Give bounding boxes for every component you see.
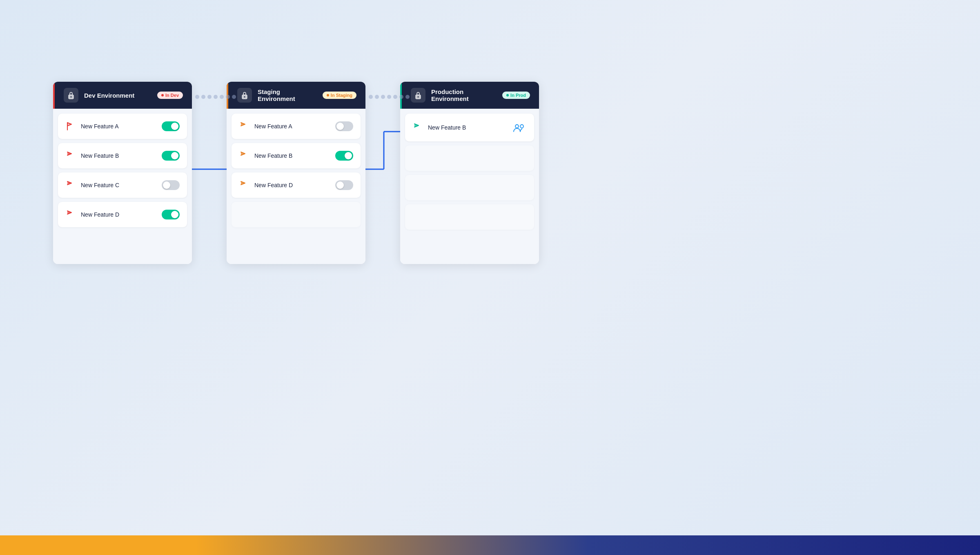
dev-feature-c-name: New Feature C	[81, 182, 156, 188]
svg-point-5	[71, 96, 72, 98]
dot-2	[201, 95, 205, 99]
dev-feature-b-name: New Feature B	[81, 152, 156, 159]
staging-feature-a-toggle[interactable]	[335, 121, 353, 131]
svg-point-7	[244, 96, 245, 98]
dev-panel-header: Dev Environment In Dev	[53, 82, 192, 109]
dot-13	[399, 95, 403, 99]
prod-panel-header: Production Environment In Prod	[400, 82, 539, 109]
staging-feature-b-row: New Feature B	[232, 143, 361, 168]
staging-lock-icon	[237, 88, 252, 103]
prod-empty-row-3	[405, 204, 534, 230]
dev-feature-d-name: New Feature D	[81, 211, 156, 218]
bottom-bar	[0, 535, 980, 555]
dot-4	[214, 95, 218, 99]
staging-badge: In Staging	[323, 92, 356, 99]
dev-flag-a-icon	[65, 121, 75, 131]
staging-flag-a-icon	[239, 121, 249, 131]
dot-11	[387, 95, 391, 99]
staging-env-title: Staging Environment	[258, 88, 317, 102]
staging-feature-b-toggle[interactable]	[335, 151, 353, 161]
dev-feature-b-toggle[interactable]	[162, 151, 180, 161]
dot-14	[405, 95, 410, 99]
dots-staging-prod	[369, 95, 410, 99]
dev-flag-d-icon	[65, 210, 75, 219]
dev-feature-a-name: New Feature A	[81, 123, 156, 130]
dev-env-title: Dev Environment	[84, 92, 151, 99]
svg-point-9	[418, 96, 419, 98]
dot-9	[375, 95, 379, 99]
dot-5	[220, 95, 224, 99]
staging-panel: Staging Environment In Staging New Featu…	[227, 82, 365, 264]
prod-badge-dot	[506, 94, 509, 96]
dev-feature-c-toggle[interactable]	[162, 180, 180, 190]
staging-badge-dot	[327, 94, 329, 96]
dev-badge: In Dev	[157, 92, 183, 99]
dot-1	[195, 95, 199, 99]
dot-6	[226, 95, 230, 99]
prod-empty-row-1	[405, 145, 534, 171]
dev-feature-a-row: New Feature A	[58, 114, 187, 139]
staging-panel-header: Staging Environment In Staging	[227, 82, 365, 109]
dot-12	[393, 95, 397, 99]
dev-feature-c-row: New Feature C	[58, 172, 187, 198]
staging-feature-d-name: New Feature D	[254, 182, 330, 188]
dev-feature-b-row: New Feature B	[58, 143, 187, 168]
prod-env-title: Production Environment	[431, 88, 497, 102]
dev-feature-a-toggle[interactable]	[162, 121, 180, 131]
dev-flag-c-icon	[65, 180, 75, 190]
staging-panel-body: New Feature A New Feature B	[227, 109, 365, 264]
dev-badge-dot	[161, 94, 164, 96]
svg-point-11	[520, 125, 523, 128]
staging-feature-a-name: New Feature A	[254, 123, 330, 130]
prod-empty-row-2	[405, 175, 534, 200]
dev-panel-body: New Feature A New Feature B	[53, 109, 192, 264]
connections-svg	[0, 0, 980, 535]
main-canvas: Dev Environment In Dev New Feature A	[0, 0, 980, 535]
dot-10	[381, 95, 385, 99]
dev-panel: Dev Environment In Dev New Feature A	[53, 82, 192, 264]
prod-lock-icon	[411, 88, 425, 103]
dev-flag-b-icon	[65, 151, 75, 161]
staging-feature-a-row: New Feature A	[232, 114, 361, 139]
staging-feature-b-name: New Feature B	[254, 152, 330, 159]
prod-panel: Production Environment In Prod New Featu…	[400, 82, 539, 264]
dots-dev-staging	[195, 95, 236, 99]
staging-feature-d-row: New Feature D	[232, 172, 361, 198]
prod-flag-b-icon	[412, 123, 422, 132]
svg-point-10	[515, 125, 519, 128]
staging-empty-row	[232, 202, 361, 227]
staging-feature-d-toggle[interactable]	[335, 180, 353, 190]
dot-7	[232, 95, 236, 99]
prod-feature-b-users-icon	[512, 120, 527, 135]
dot-8	[369, 95, 373, 99]
prod-feature-b-name: New Feature B	[428, 124, 506, 131]
prod-badge: In Prod	[502, 92, 530, 99]
dev-feature-d-toggle[interactable]	[162, 210, 180, 219]
staging-flag-b-icon	[239, 151, 249, 161]
dev-lock-icon	[64, 88, 78, 103]
dev-feature-d-row: New Feature D	[58, 202, 187, 227]
prod-feature-b-row: New Feature B	[405, 114, 534, 141]
dot-3	[207, 95, 212, 99]
prod-panel-body: New Feature B	[400, 109, 539, 264]
staging-flag-d-icon	[239, 180, 249, 190]
